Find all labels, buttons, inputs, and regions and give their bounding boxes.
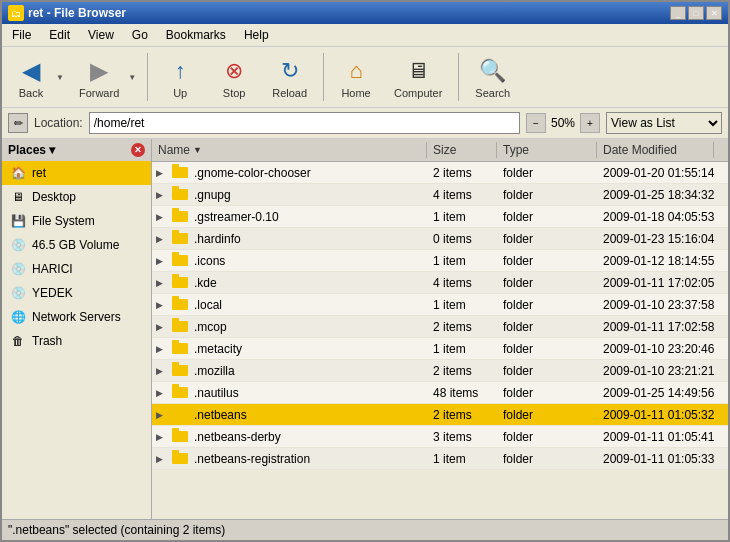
table-row[interactable]: ▶ .icons 1 item folder 2009-01-12 18:14:… bbox=[152, 250, 728, 272]
table-row[interactable]: ▶ .nautilus 48 items folder 2009-01-25 1… bbox=[152, 382, 728, 404]
file-size: 0 items bbox=[427, 231, 497, 247]
menubar: File Edit View Go Bookmarks Help bbox=[2, 24, 728, 47]
file-rows: ▶ .gnome-color-chooser 2 items folder 20… bbox=[152, 162, 728, 519]
table-row[interactable]: ▶ .hardinfo 0 items folder 2009-01-23 15… bbox=[152, 228, 728, 250]
file-name: .hardinfo bbox=[194, 232, 241, 246]
reload-button[interactable]: ↻ Reload bbox=[263, 51, 316, 103]
sidebar-item-volume[interactable]: 💿 46.5 GB Volume bbox=[2, 233, 151, 257]
table-row[interactable]: ▶ .netbeans-derby 3 items folder 2009-01… bbox=[152, 426, 728, 448]
col-header-type[interactable]: Type bbox=[497, 142, 597, 158]
back-button[interactable]: ◀ Back bbox=[8, 51, 53, 103]
sidebar-item-desktop-label: Desktop bbox=[32, 190, 76, 204]
home-button[interactable]: ⌂ Home bbox=[331, 51, 381, 103]
sidebar-item-network-label: Network Servers bbox=[32, 310, 121, 324]
network-sidebar-icon: 🌐 bbox=[10, 309, 26, 325]
file-size: 1 item bbox=[427, 297, 497, 313]
file-name: .metacity bbox=[194, 342, 242, 356]
sidebar-item-filesystem-label: File System bbox=[32, 214, 95, 228]
file-type: folder bbox=[497, 209, 597, 225]
file-date: 2009-01-23 15:16:04 bbox=[597, 231, 728, 247]
sidebar-item-desktop[interactable]: 🖥 Desktop bbox=[2, 185, 151, 209]
table-row[interactable]: ▶ .netbeans-registration 1 item folder 2… bbox=[152, 448, 728, 470]
location-edit-button[interactable]: ✏ bbox=[8, 113, 28, 133]
file-size: 2 items bbox=[427, 363, 497, 379]
svg-rect-22 bbox=[172, 409, 188, 420]
sidebar-item-ret[interactable]: 🏠 ret bbox=[2, 161, 151, 185]
table-row[interactable]: ▶ .netbeans 2 items folder 2009-01-11 01… bbox=[152, 404, 728, 426]
col-header-date[interactable]: Date Modified bbox=[597, 142, 714, 158]
sidebar-item-harici[interactable]: 💿 HARICI bbox=[2, 257, 151, 281]
file-size: 2 items bbox=[427, 319, 497, 335]
table-row[interactable]: ▶ .gnupg 4 items folder 2009-01-25 18:34… bbox=[152, 184, 728, 206]
folder-icon bbox=[172, 208, 188, 225]
file-name: .netbeans bbox=[194, 408, 247, 422]
svg-rect-21 bbox=[172, 384, 179, 388]
svg-rect-19 bbox=[172, 362, 179, 366]
table-row[interactable]: ▶ .metacity 1 item folder 2009-01-10 23:… bbox=[152, 338, 728, 360]
expand-arrow: ▶ bbox=[156, 212, 168, 222]
file-type: folder bbox=[497, 187, 597, 203]
sidebar-item-trash[interactable]: 🗑 Trash bbox=[2, 329, 151, 353]
toolbar-separator-3 bbox=[458, 53, 459, 101]
home-label: Home bbox=[341, 87, 370, 99]
table-row[interactable]: ▶ .kde 4 items folder 2009-01-11 17:02:0… bbox=[152, 272, 728, 294]
back-label: Back bbox=[19, 87, 43, 99]
file-type: folder bbox=[497, 341, 597, 357]
svg-rect-15 bbox=[172, 318, 179, 322]
computer-button[interactable]: 🖥 Computer bbox=[385, 51, 451, 103]
up-button[interactable]: ↑ Up bbox=[155, 51, 205, 103]
expand-arrow: ▶ bbox=[156, 278, 168, 288]
svg-rect-26 bbox=[172, 453, 188, 464]
table-row[interactable]: ▶ .gstreamer-0.10 1 item folder 2009-01-… bbox=[152, 206, 728, 228]
folder-icon bbox=[172, 230, 188, 247]
expand-arrow: ▶ bbox=[156, 322, 168, 332]
svg-rect-8 bbox=[172, 255, 188, 266]
menu-go[interactable]: Go bbox=[126, 26, 154, 44]
menu-edit[interactable]: Edit bbox=[43, 26, 76, 44]
table-row[interactable]: ▶ .mozilla 2 items folder 2009-01-10 23:… bbox=[152, 360, 728, 382]
reload-label: Reload bbox=[272, 87, 307, 99]
expand-arrow: ▶ bbox=[156, 454, 168, 464]
svg-rect-27 bbox=[172, 450, 179, 454]
svg-rect-13 bbox=[172, 296, 179, 300]
menu-file[interactable]: File bbox=[6, 26, 37, 44]
stop-label: Stop bbox=[223, 87, 246, 99]
file-list: Name ▼ Size Type Date Modified ▶ bbox=[152, 139, 728, 519]
col-header-size[interactable]: Size bbox=[427, 142, 497, 158]
stop-button[interactable]: ⊗ Stop bbox=[209, 51, 259, 103]
sidebar-close-button[interactable]: ✕ bbox=[131, 143, 145, 157]
forward-dropdown-arrow[interactable]: ▼ bbox=[125, 51, 140, 103]
sidebar-item-network[interactable]: 🌐 Network Servers bbox=[2, 305, 151, 329]
file-date: 2009-01-11 01:05:41 bbox=[597, 429, 728, 445]
zoom-out-button[interactable]: − bbox=[526, 113, 546, 133]
svg-rect-2 bbox=[172, 189, 188, 200]
menu-view[interactable]: View bbox=[82, 26, 120, 44]
scrollbar-header-spacer bbox=[714, 142, 728, 158]
zoom-in-button[interactable]: + bbox=[580, 113, 600, 133]
computer-icon: 🖥 bbox=[402, 55, 434, 87]
table-row[interactable]: ▶ .local 1 item folder 2009-01-10 23:37:… bbox=[152, 294, 728, 316]
table-row[interactable]: ▶ .mcop 2 items folder 2009-01-11 17:02:… bbox=[152, 316, 728, 338]
minimize-button[interactable]: _ bbox=[670, 6, 686, 20]
col-header-name[interactable]: Name ▼ bbox=[152, 142, 427, 158]
sidebar-item-filesystem[interactable]: 💾 File System bbox=[2, 209, 151, 233]
maximize-button[interactable]: □ bbox=[688, 6, 704, 20]
search-button[interactable]: 🔍 Search bbox=[466, 51, 519, 103]
table-row[interactable]: ▶ .gnome-color-chooser 2 items folder 20… bbox=[152, 162, 728, 184]
close-button[interactable]: ✕ bbox=[706, 6, 722, 20]
svg-rect-11 bbox=[172, 274, 179, 278]
forward-button[interactable]: ▶ Forward bbox=[72, 51, 125, 103]
menu-bookmarks[interactable]: Bookmarks bbox=[160, 26, 232, 44]
view-select[interactable]: View as List View as Icons View as Compa… bbox=[606, 112, 722, 134]
file-type: folder bbox=[497, 275, 597, 291]
sidebar-item-yedek[interactable]: 💿 YEDEK bbox=[2, 281, 151, 305]
file-type: folder bbox=[497, 253, 597, 269]
status-text: ".netbeans" selected (containing 2 items… bbox=[8, 523, 225, 537]
back-dropdown-arrow[interactable]: ▼ bbox=[53, 51, 68, 103]
titlebar: 🗂 ret - File Browser _ □ ✕ bbox=[2, 2, 728, 24]
sidebar-item-volume-label: 46.5 GB Volume bbox=[32, 238, 119, 252]
file-name: .nautilus bbox=[194, 386, 239, 400]
folder-icon bbox=[172, 274, 188, 291]
menu-help[interactable]: Help bbox=[238, 26, 275, 44]
location-input[interactable] bbox=[89, 112, 520, 134]
